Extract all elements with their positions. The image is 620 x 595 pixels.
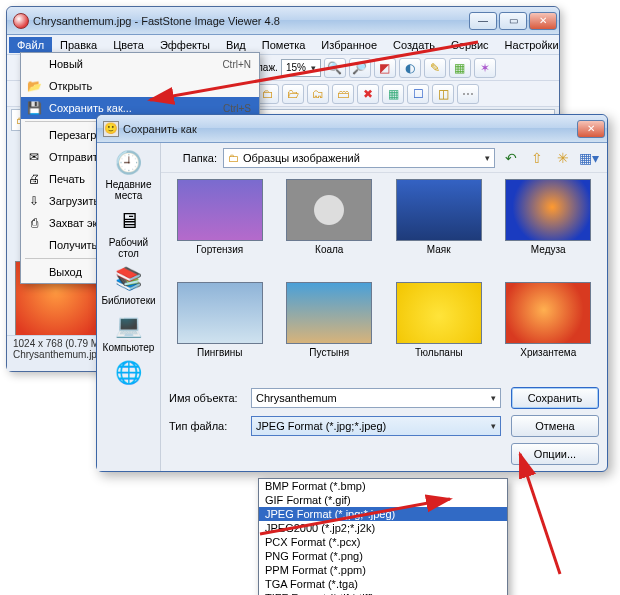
place-label: Библиотеки xyxy=(101,295,155,306)
view-mode-icon[interactable]: ▦▾ xyxy=(579,148,599,168)
place-icon: 🕘 xyxy=(113,149,145,177)
gallery-item[interactable]: Коала xyxy=(279,179,381,278)
format-option[interactable]: TIFF Format (*.tif;*.tiff) xyxy=(259,591,507,595)
tool-icon[interactable]: ◫ xyxy=(432,84,454,104)
places-item[interactable]: 🖥Рабочий стол xyxy=(99,207,158,259)
zoom-in-icon[interactable]: 🔎 xyxy=(349,58,371,78)
menu-tools[interactable]: Сервис xyxy=(443,37,497,53)
menu-view[interactable]: Вид xyxy=(218,37,254,53)
filetype-combo[interactable]: JPEG Format (*.jpg;*.jpeg) ▾ xyxy=(251,416,501,436)
save-dialog-icon: 🙂 xyxy=(103,121,119,137)
menu-settings[interactable]: Настройки xyxy=(497,37,567,53)
format-option[interactable]: GIF Format (*.gif) xyxy=(259,493,507,507)
thumbnail-image xyxy=(286,179,372,241)
close-button[interactable]: ✕ xyxy=(529,12,557,30)
thumbnail-label: Пингвины xyxy=(197,347,243,358)
folder-icon[interactable]: 🗁 xyxy=(282,84,304,104)
places-item[interactable]: 📚Библиотеки xyxy=(101,265,155,306)
format-option[interactable]: JPEG2000 (*.jp2;*.j2k) xyxy=(259,521,507,535)
menu-effects[interactable]: Эффекты xyxy=(152,37,218,53)
main-title: Chrysanthemum.jpg - FastStone Image View… xyxy=(33,15,465,27)
cancel-button[interactable]: Отмена xyxy=(511,415,599,437)
place-label: Недавние места xyxy=(99,179,158,201)
folder-combo[interactable]: 🗀 Образцы изображений ▾ xyxy=(223,148,495,168)
gallery-item[interactable]: Хризантема xyxy=(498,282,600,381)
thumbnail-label: Хризантема xyxy=(520,347,576,358)
filename-label: Имя объекта: xyxy=(169,392,241,404)
gallery-item[interactable]: Пингвины xyxy=(169,282,271,381)
menu-fav[interactable]: Избранное xyxy=(313,37,385,53)
zoom-value: 15% xyxy=(286,62,306,73)
thumbnail-label: Тюльпаны xyxy=(415,347,463,358)
places-item[interactable]: 💻Компьютер xyxy=(103,312,155,353)
zoom-combo[interactable]: 15% ▾ xyxy=(281,59,321,77)
tool-icon[interactable]: ✎ xyxy=(424,58,446,78)
folder-icon[interactable]: 🗀 xyxy=(257,84,279,104)
folder-icon[interactable]: 🗃 xyxy=(332,84,354,104)
thumbnail-label: Гортензия xyxy=(196,244,243,255)
filetype-value: JPEG Format (*.jpg;*.jpeg) xyxy=(256,420,386,432)
thumbnail-label: Маяк xyxy=(427,244,451,255)
tool-icon[interactable]: ▦ xyxy=(382,84,404,104)
new-folder-icon[interactable]: ✳ xyxy=(553,148,573,168)
places-item[interactable]: 🌐 xyxy=(113,359,145,389)
zoom-out-icon[interactable]: 🔍 xyxy=(324,58,346,78)
gallery-item[interactable]: Маяк xyxy=(388,179,490,278)
save-dialog-title: Сохранить как xyxy=(123,123,573,135)
thumbnail-label: Медуза xyxy=(531,244,566,255)
format-option[interactable]: BMP Format (*.bmp) xyxy=(259,479,507,493)
menu-colors[interactable]: Цвета xyxy=(105,37,152,53)
save-dialog-close-button[interactable]: ✕ xyxy=(577,120,605,138)
gallery-item[interactable]: Медуза xyxy=(498,179,600,278)
menu-item-icon xyxy=(25,237,43,253)
tool-icon[interactable]: ✶ xyxy=(474,58,496,78)
tool-icon[interactable]: ▦ xyxy=(449,58,471,78)
menu-item-label: Новый xyxy=(49,58,216,70)
maximize-button[interactable]: ▭ xyxy=(499,12,527,30)
menu-item-label: Открыть xyxy=(49,80,245,92)
filetype-label: Тип файла: xyxy=(169,420,241,432)
menu-create[interactable]: Создать xyxy=(385,37,443,53)
minimize-button[interactable]: — xyxy=(469,12,497,30)
thumbnail-image xyxy=(505,179,591,241)
menu-edit[interactable]: Правка xyxy=(52,37,105,53)
svg-line-2 xyxy=(520,454,560,574)
file-menu-item[interactable]: НовыйCtrl+N xyxy=(21,53,259,75)
format-option[interactable]: TGA Format (*.tga) xyxy=(259,577,507,591)
up-icon[interactable]: ⇧ xyxy=(527,148,547,168)
format-option[interactable]: JPEG Format (*.jpg;*.jpeg) xyxy=(259,507,507,521)
format-option[interactable]: PNG Format (*.png) xyxy=(259,549,507,563)
file-menu-item[interactable]: 📂Открыть xyxy=(21,75,259,97)
filename-input[interactable]: Chrysanthemum ▾ xyxy=(251,388,501,408)
save-button[interactable]: Сохранить xyxy=(511,387,599,409)
places-item[interactable]: 🕘Недавние места xyxy=(99,149,158,201)
gallery-item[interactable]: Пустыня xyxy=(279,282,381,381)
options-button[interactable]: Опции... xyxy=(511,443,599,465)
format-option[interactable]: PCX Format (*.pcx) xyxy=(259,535,507,549)
tool-icon[interactable]: ◩ xyxy=(374,58,396,78)
menu-tag[interactable]: Пометка xyxy=(254,37,314,53)
folder-label: Папка: xyxy=(169,152,217,164)
place-icon: 🖥 xyxy=(113,207,145,235)
filename-value: Chrysanthemum xyxy=(256,392,337,404)
thumbnail-gallery: ГортензияКоалаМаякМедузаПингвиныПустыняТ… xyxy=(161,173,607,387)
tool-icon[interactable]: ⋯ xyxy=(457,84,479,104)
place-label: Рабочий стол xyxy=(99,237,158,259)
save-dialog-titlebar: 🙂 Сохранить как ✕ xyxy=(97,115,607,143)
folder-icon[interactable]: 🗂 xyxy=(307,84,329,104)
menu-item-icon: 🖨 xyxy=(25,171,43,187)
thumbnail-image xyxy=(396,179,482,241)
caret-icon: ▾ xyxy=(485,153,490,163)
caret-icon: ▾ xyxy=(491,421,496,431)
gallery-item[interactable]: Тюльпаны xyxy=(388,282,490,381)
back-icon[interactable]: ↶ xyxy=(501,148,521,168)
menu-file[interactable]: Файл xyxy=(9,37,52,53)
format-option[interactable]: PPM Format (*.ppm) xyxy=(259,563,507,577)
tool-icon[interactable]: ✖ xyxy=(357,84,379,104)
tool-icon[interactable]: ◐ xyxy=(399,58,421,78)
thumbnail-image xyxy=(505,282,591,344)
gallery-item[interactable]: Гортензия xyxy=(169,179,271,278)
caret-icon: ▾ xyxy=(311,63,316,73)
tool-icon[interactable]: ☐ xyxy=(407,84,429,104)
app-icon xyxy=(13,13,29,29)
